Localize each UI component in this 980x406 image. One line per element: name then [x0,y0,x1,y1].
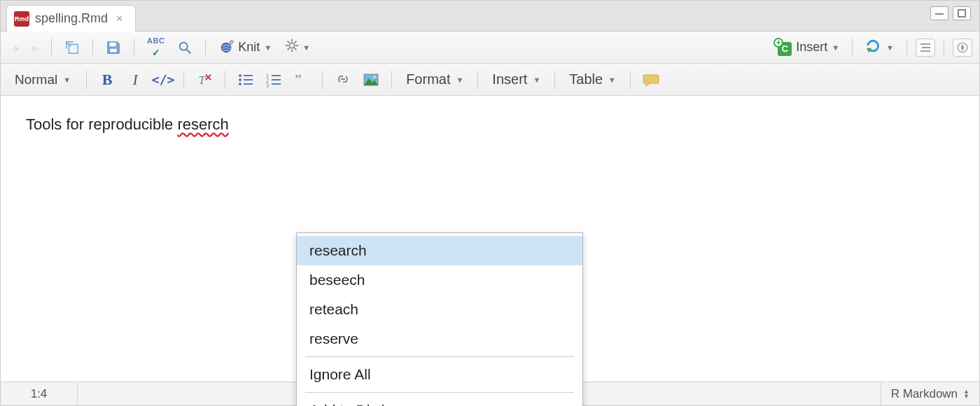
toolbar-separator [92,38,93,57]
svg-line-4 [187,49,191,53]
numbered-list-button[interactable]: 123 [262,69,286,90]
tab-filename: spelling.Rmd [35,11,108,26]
insert-menu[interactable]: Insert ▼ [486,69,546,90]
toolbar-separator [225,71,225,89]
chevron-down-icon: ▼ [533,76,540,84]
svg-line-13 [288,41,290,43]
cursor-position[interactable]: 1:4 [1,382,78,405]
tab-close-icon[interactable]: × [113,13,125,25]
paragraph-style-dropdown[interactable]: Normal ▼ [8,69,78,90]
popout-window-button[interactable] [60,37,84,58]
svg-marker-22 [961,43,965,51]
svg-rect-2 [110,48,116,52]
toolbar-separator [51,38,52,57]
insert-chunk-label: Insert [796,40,827,55]
spellcheck-button[interactable]: ABC ✓ [143,34,169,60]
editor-text: Tools for reproducible [26,115,177,133]
insert-menu-label: Insert [492,71,527,88]
svg-point-26 [239,74,241,77]
spell-ignore-all[interactable]: Ignore All [297,360,582,389]
pane-maximize-button[interactable] [953,6,971,20]
spell-suggestion[interactable]: beseech [297,265,582,295]
tab-bar: Rmd spelling.Rmd × [1,1,979,31]
spellcheck-check-icon: ✓ [152,48,160,57]
format-menu-label: Format [406,71,450,88]
svg-rect-1 [110,42,116,46]
toolbar-separator [630,71,631,89]
nav-back-button[interactable] [8,40,23,55]
pane-minimize-button[interactable] [930,6,948,20]
svg-point-41 [373,76,376,78]
format-toolbar: Normal ▼ B I </> T 123 ” Format ▼ [1,64,979,96]
bold-button[interactable]: B [95,69,119,90]
save-button[interactable] [102,37,125,58]
svg-point-8 [290,43,295,48]
spell-add-dictionary[interactable]: Add to Dictionary [297,396,582,406]
toolbar-separator [906,38,907,57]
svg-line-16 [295,41,297,43]
toolbar-separator [134,38,134,57]
document-language-selector[interactable]: R Markdown ▲▼ [881,382,979,405]
toolbar-separator [944,38,944,57]
toolbar-separator [205,38,206,57]
chevron-down-icon: ▼ [456,76,463,84]
italic-button[interactable]: I [123,69,147,90]
main-toolbar: ABC ✓ Knit ▼ ▼ C+ Insert ▼ [1,31,979,64]
insert-image-button[interactable] [359,69,383,90]
find-replace-button[interactable] [173,37,197,58]
editor-content-area[interactable]: Tools for reproducible reserch research … [1,96,979,382]
insert-chunk-icon: C+ [775,39,792,56]
run-button[interactable]: ▼ [861,35,898,59]
spell-suggestion[interactable]: reteach [297,295,582,324]
format-menu[interactable]: Format ▼ [400,69,469,90]
spell-suggestion[interactable]: reserve [297,324,582,354]
document-tab[interactable]: Rmd spelling.Rmd × [6,5,136,31]
svg-point-28 [239,83,241,85]
svg-line-14 [295,48,297,50]
insert-chunk-button[interactable]: C+ Insert ▼ [771,36,844,59]
gear-dropdown-icon: ▼ [302,43,310,52]
comment-button[interactable] [639,69,663,90]
insert-link-button[interactable] [331,69,355,90]
chevron-down-icon: ▼ [608,76,616,84]
clear-formatting-button[interactable]: T [192,69,216,90]
toolbar-separator [86,71,87,89]
knit-label: Knit [238,40,260,55]
rmarkdown-file-icon: Rmd [14,11,29,27]
pane-window-controls [930,6,971,20]
misspelled-word[interactable]: reserch [177,115,228,133]
knit-yarn-icon [218,40,234,55]
spellcheck-abc-label: ABC [147,37,164,45]
toolbar-separator [477,71,478,89]
chevron-down-icon: ▼ [63,76,71,84]
outline-toggle-button[interactable] [916,38,935,57]
knit-options-button[interactable]: ▼ [280,35,314,59]
svg-text:3: 3 [266,83,269,88]
knit-button[interactable]: Knit ▼ [214,37,276,58]
toolbar-separator [322,71,323,89]
editor-window: Rmd spelling.Rmd × ABC ✓ [0,0,980,406]
nav-forward-button[interactable] [27,40,43,55]
svg-text:T: T [199,73,206,86]
svg-line-15 [288,48,290,50]
toolbar-separator [852,38,853,57]
blockquote-button[interactable]: ” [290,69,314,90]
language-stepper-icon: ▲▼ [963,389,969,399]
spell-suggestion[interactable]: research [297,236,582,265]
toolbar-separator [391,71,392,89]
publish-button[interactable] [953,38,972,57]
table-menu-label: Table [569,71,603,88]
table-menu[interactable]: Table ▼ [564,69,622,90]
paragraph-style-label: Normal [15,72,57,88]
svg-point-3 [180,42,188,50]
menu-divider [305,356,574,357]
svg-text:”: ” [295,72,302,88]
bullet-list-button[interactable] [234,69,258,90]
knit-dropdown-icon[interactable]: ▼ [264,43,272,52]
toolbar-separator [183,71,184,89]
spellcheck-context-menu: research beseech reteach reserve Ignore … [296,232,583,406]
code-button[interactable]: </> [151,69,175,90]
svg-point-27 [239,78,241,81]
insert-chunk-dropdown-icon[interactable]: ▼ [832,43,839,52]
run-dropdown-icon[interactable]: ▼ [886,43,894,52]
